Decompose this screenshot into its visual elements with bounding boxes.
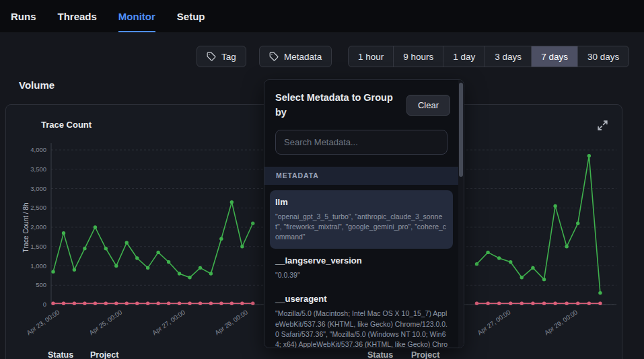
- nav-tab-setup[interactable]: Setup: [177, 0, 205, 32]
- dropdown-title: Select Metadata to Group by: [275, 91, 403, 120]
- legend-project-label[interactable]: Project: [90, 350, 118, 359]
- chart-title-trace-count: Trace Count: [41, 120, 92, 130]
- range-3-days[interactable]: 3 days: [485, 46, 531, 67]
- svg-text:Apr 23, 00:00: Apr 23, 00:00: [25, 309, 61, 337]
- clear-button[interactable]: Clear: [406, 95, 450, 116]
- svg-text:Apr 29, 00:00: Apr 29, 00:00: [543, 309, 579, 337]
- range-30-days[interactable]: 30 days: [577, 46, 629, 67]
- metadata-item-useragent[interactable]: __useragent "Mozilla/5.0 (Macintosh; Int…: [270, 287, 453, 348]
- svg-text:Apr 25, 00:00: Apr 25, 00:00: [87, 309, 123, 337]
- svg-text:500: 500: [36, 281, 46, 288]
- svg-text:Apr 29, 00:00: Apr 29, 00:00: [213, 309, 249, 337]
- tag-icon: [269, 52, 279, 61]
- range-1-hour[interactable]: 1 hour: [349, 46, 393, 67]
- metadata-button-label: Metadata: [284, 52, 322, 62]
- tag-button-label: Tag: [221, 52, 236, 62]
- nav-tab-threads[interactable]: Threads: [58, 0, 97, 32]
- metadata-filter-button[interactable]: Metadata: [259, 46, 332, 67]
- svg-text:2,500: 2,500: [30, 204, 46, 211]
- metadata-groupby-dropdown: Select Metadata to Group by Clear METADA…: [264, 79, 464, 348]
- svg-text:1,000: 1,000: [30, 262, 46, 270]
- dropdown-scrollbar-thumb[interactable]: [459, 83, 463, 177]
- search-metadata-input[interactable]: [275, 130, 448, 155]
- svg-text:Apr 27, 00:00: Apr 27, 00:00: [151, 309, 186, 337]
- legend-status-label[interactable]: Status: [367, 350, 393, 359]
- metadata-section-header: METADATA: [264, 167, 458, 185]
- svg-text:Apr 27, 00:00: Apr 27, 00:00: [476, 309, 511, 337]
- legend-project-label[interactable]: Project: [411, 350, 439, 359]
- svg-text:3,000: 3,000: [30, 185, 46, 192]
- nav-tab-runs[interactable]: Runs: [11, 0, 36, 32]
- tag-filter-button[interactable]: Tag: [196, 46, 246, 67]
- svg-text:4,000: 4,000: [30, 146, 46, 153]
- range-7-days[interactable]: 7 days: [531, 46, 577, 67]
- metadata-item-langserve-version[interactable]: __langserve_version "0.0.39": [270, 249, 453, 287]
- top-nav: Runs Threads Monitor Setup: [0, 0, 644, 32]
- legend-status-label[interactable]: Status: [48, 350, 73, 359]
- metadata-values: "openai_gpt_3_5_turbo", "anthropic_claud…: [275, 212, 448, 243]
- svg-text:3,500: 3,500: [30, 165, 46, 173]
- metadata-key: llm: [275, 197, 448, 207]
- metadata-list: llm "openai_gpt_3_5_turbo", "anthropic_c…: [264, 185, 458, 349]
- tag-icon: [207, 52, 216, 61]
- time-range-group: 1 hour 9 hours 1 day 3 days 7 days 30 da…: [348, 46, 629, 67]
- nav-tab-monitor[interactable]: Monitor: [118, 0, 155, 32]
- metadata-values: "Mozilla/5.0 (Macintosh; Intel Mac OS X …: [275, 309, 448, 348]
- expand-chart-icon[interactable]: [597, 120, 608, 131]
- svg-text:2,000: 2,000: [30, 223, 46, 231]
- dropdown-scrollbar[interactable]: [458, 80, 464, 348]
- svg-text:1,500: 1,500: [30, 243, 46, 250]
- metadata-key: __langserve_version: [275, 255, 448, 266]
- metadata-item-llm[interactable]: llm "openai_gpt_3_5_turbo", "anthropic_c…: [270, 190, 453, 249]
- svg-text:0: 0: [43, 301, 46, 308]
- range-9-hours[interactable]: 9 hours: [393, 46, 443, 67]
- range-1-day[interactable]: 1 day: [443, 46, 485, 67]
- section-title-volume: Volume: [19, 79, 55, 91]
- metadata-key: __useragent: [275, 294, 448, 304]
- metadata-values: "0.0.39": [275, 270, 448, 280]
